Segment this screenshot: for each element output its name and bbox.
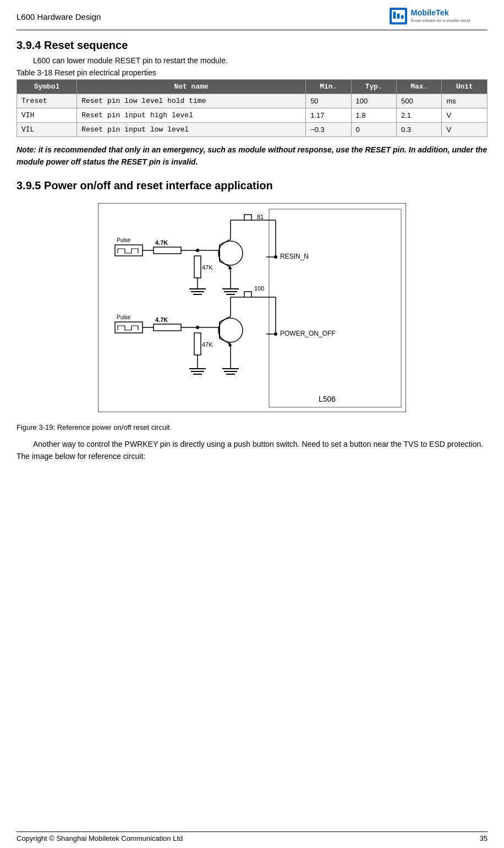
svg-point-29 xyxy=(218,241,243,265)
logo-container: MobileTek Smart solution for a smarter w… xyxy=(388,6,487,28)
note-paragraph: Note: it is recommended that only in an … xyxy=(17,144,487,168)
cell-r2-c3: 0 xyxy=(351,123,396,137)
cell-r0-c1: Reset pin low level hold time xyxy=(77,94,306,108)
col-netname: Net name xyxy=(77,80,306,94)
col-max: Max. xyxy=(397,80,442,94)
cell-r0-c0: Treset xyxy=(17,94,77,108)
svg-text:Pulse: Pulse xyxy=(117,237,130,243)
svg-point-49 xyxy=(196,326,199,329)
col-symbol: Symbol xyxy=(17,80,77,94)
circuit-diagram: RESIN_N POWER_ON_OFF L506 Pulse xyxy=(98,204,407,413)
cell-r0-c5: ms xyxy=(442,94,487,108)
svg-text:MobileTek: MobileTek xyxy=(410,8,449,17)
svg-text:4.7K: 4.7K xyxy=(155,239,168,246)
copyright-text: Copyright © Shanghai Mobiletek Communica… xyxy=(17,834,183,842)
circuit-box: RESIN_N POWER_ON_OFF L506 Pulse xyxy=(98,203,406,412)
section-395: 3.9.5 Power on/off and reset interface a… xyxy=(17,179,487,463)
svg-text:100: 100 xyxy=(254,285,264,292)
svg-text:4.7K: 4.7K xyxy=(155,316,168,323)
cell-r2-c4: 0.3 xyxy=(397,123,442,137)
svg-rect-7 xyxy=(269,209,401,407)
svg-line-31 xyxy=(220,239,231,245)
cell-r2-c1: Reset pin input low level xyxy=(77,123,306,137)
svg-text:RESIN_N: RESIN_N xyxy=(280,253,309,260)
cell-r1-c1: Reset pin input high level xyxy=(77,108,306,123)
cell-r0-c4: 500 xyxy=(397,94,442,108)
svg-text:Smart solution for a smarter w: Smart solution for a smarter world xyxy=(410,18,470,23)
page-header: L600 Hardware Design MobileTek Smart sol… xyxy=(17,6,487,30)
svg-point-21 xyxy=(196,249,199,252)
cell-r2-c2: −0.3 xyxy=(306,123,351,137)
figure-caption: Figure 3-19: Reference power on/off rese… xyxy=(17,423,487,431)
cell-r1-c2: 1.17 xyxy=(306,108,351,123)
cell-r0-c3: 100 xyxy=(351,94,396,108)
section-394-intro: L600 can lower module RESET pin to resta… xyxy=(17,56,487,65)
svg-text:POWER_ON_OFF: POWER_ON_OFF xyxy=(280,330,336,337)
svg-text:81: 81 xyxy=(257,214,264,220)
col-min: Min. xyxy=(306,80,351,94)
cell-r1-c5: V xyxy=(442,108,487,123)
cell-r1-c3: 1.8 xyxy=(351,108,396,123)
svg-rect-46 xyxy=(154,324,181,331)
mobiletek-logo: MobileTek Smart solution for a smarter w… xyxy=(388,6,487,28)
svg-rect-50 xyxy=(194,333,201,355)
reset-pin-table: Symbol Net name Min. Typ. Max. Unit Tres… xyxy=(17,79,487,137)
svg-text:L506: L506 xyxy=(319,395,336,403)
col-unit: Unit xyxy=(442,80,487,94)
svg-rect-4 xyxy=(401,15,404,19)
section-394: 3.9.4 Reset sequence L600 can lower modu… xyxy=(17,39,487,168)
cell-r1-c4: 2.1 xyxy=(397,108,442,123)
cell-r2-c5: V xyxy=(442,123,487,137)
svg-rect-18 xyxy=(154,247,181,254)
circuit-container: RESIN_N POWER_ON_OFF L506 Pulse xyxy=(87,203,417,412)
table-caption: Table 3-18 Reset pin electrical properti… xyxy=(17,68,487,77)
document-title: L600 Hardware Design xyxy=(17,12,101,21)
section-395-body: Another way to control the PWRKEY pin is… xyxy=(17,438,487,463)
cell-r0-c2: 50 xyxy=(306,94,351,108)
svg-rect-2 xyxy=(393,12,396,19)
page-number: 35 xyxy=(480,834,487,842)
svg-text:47K: 47K xyxy=(202,264,213,271)
svg-text:Pulse: Pulse xyxy=(117,314,130,320)
svg-text:47K: 47K xyxy=(202,341,213,348)
svg-line-59 xyxy=(220,316,231,322)
svg-rect-22 xyxy=(194,256,201,278)
cell-r1-c0: VIH xyxy=(17,108,77,123)
col-typ: Typ. xyxy=(351,80,396,94)
svg-point-57 xyxy=(218,318,243,342)
section-394-heading: 3.9.4 Reset sequence xyxy=(17,39,487,52)
section-395-heading: 3.9.5 Power on/off and reset interface a… xyxy=(17,179,487,192)
svg-rect-3 xyxy=(397,13,400,19)
page-footer: Copyright © Shanghai Mobiletek Communica… xyxy=(17,831,487,842)
cell-r2-c0: VIL xyxy=(17,123,77,137)
